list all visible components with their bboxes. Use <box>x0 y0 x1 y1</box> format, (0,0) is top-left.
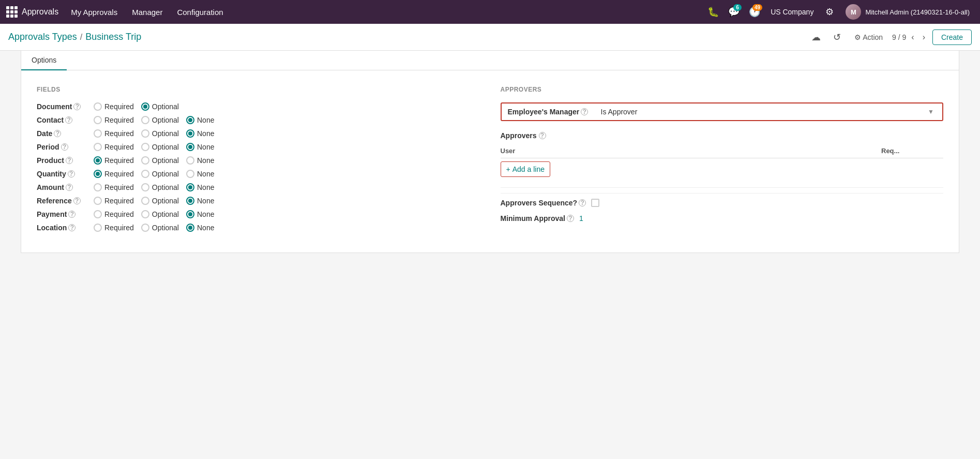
radio-payment-optional[interactable]: Optional <box>141 210 179 218</box>
approvers-label: Approvers <box>501 131 537 140</box>
radio-payment-none[interactable]: None <box>186 210 214 218</box>
activity-icon[interactable]: 🕐 49 <box>746 3 763 21</box>
radio-document-optional[interactable]: Optional <box>141 102 179 111</box>
approvers-sequence-help-icon[interactable]: ? <box>579 199 586 206</box>
help-icon-product[interactable]: ? <box>66 157 73 164</box>
approvers-sequence-checkbox[interactable] <box>591 199 599 207</box>
radio-product-none[interactable]: None <box>186 156 214 165</box>
radio-period-optional[interactable]: Optional <box>141 143 179 151</box>
approvers-sequence-row: Approvers Sequence? ? <box>501 199 944 207</box>
radio-quantity-required[interactable]: Required <box>94 170 134 178</box>
user-menu[interactable]: M Mitchell Admin (21490321-16-0-all) <box>841 4 974 20</box>
company-selector[interactable]: US Company <box>766 8 818 16</box>
field-row-amount: Amount?RequiredOptionalNone <box>37 183 480 191</box>
employee-manager-row: Employee's Manager ? Is Approver Is Requ… <box>501 102 944 121</box>
bug-icon[interactable]: 🐛 <box>704 3 722 21</box>
divider <box>501 187 944 188</box>
field-row-quantity: Quantity?RequiredOptionalNone <box>37 170 480 178</box>
nav-manager[interactable]: Manager <box>126 0 169 24</box>
radio-circle <box>186 129 194 138</box>
radio-amount-required[interactable]: Required <box>94 183 134 191</box>
help-icon-quantity[interactable]: ? <box>68 170 75 177</box>
add-line-btn[interactable]: + Add a line <box>501 161 550 177</box>
add-line-label: Add a line <box>512 165 545 173</box>
field-label-quantity: Quantity? <box>37 170 88 178</box>
field-row-payment: Payment?RequiredOptionalNone <box>37 210 480 218</box>
radio-payment-required[interactable]: Required <box>94 210 134 218</box>
radio-reference-required[interactable]: Required <box>94 197 134 205</box>
settings-icon[interactable]: ⚙ <box>821 3 838 21</box>
radio-contact-none[interactable]: None <box>186 116 214 124</box>
radio-product-optional[interactable]: Optional <box>141 156 179 165</box>
grid-icon <box>6 6 18 18</box>
radio-quantity-optional[interactable]: Optional <box>141 170 179 178</box>
radio-reference-optional[interactable]: Optional <box>141 197 179 205</box>
radio-circle <box>94 143 102 151</box>
approvers-label-row: Approvers ? <box>501 131 944 140</box>
create-button[interactable]: Create <box>932 29 972 45</box>
minimum-approval-help-icon[interactable]: ? <box>567 215 574 222</box>
radio-period-none[interactable]: None <box>186 143 214 151</box>
field-row-contact: Contact?RequiredOptionalNone <box>37 116 480 124</box>
radio-amount-none[interactable]: None <box>186 183 214 191</box>
form-body: FIELDS Document?RequiredOptionalContact?… <box>21 70 959 253</box>
radio-date-none[interactable]: None <box>186 129 214 138</box>
radio-circle <box>186 183 194 191</box>
minimum-approval-value[interactable]: 1 <box>579 214 583 223</box>
radio-contact-required[interactable]: Required <box>94 116 134 124</box>
nav-my-approvals[interactable]: My Approvals <box>65 0 124 24</box>
navbar: Approvals My Approvals Manager Configura… <box>0 0 980 24</box>
help-icon-reference[interactable]: ? <box>73 197 81 204</box>
upload-icon[interactable]: ☁ <box>808 29 824 46</box>
radio-circle <box>141 129 149 138</box>
radio-circle <box>186 197 194 205</box>
action-button[interactable]: ⚙ Action <box>849 31 888 43</box>
breadcrumb: Approvals Types / Business Trip <box>8 32 808 42</box>
radio-amount-optional[interactable]: Optional <box>141 183 179 191</box>
radio-group-product: RequiredOptionalNone <box>94 156 214 165</box>
help-icon-document[interactable]: ? <box>73 103 81 110</box>
radio-circle <box>94 170 102 178</box>
minimum-approval-row: Minimum Approval ? 1 <box>501 214 944 223</box>
radio-period-required[interactable]: Required <box>94 143 134 151</box>
radio-circle <box>186 170 194 178</box>
field-label-date: Date? <box>37 129 88 138</box>
help-icon-amount[interactable]: ? <box>66 184 73 191</box>
field-label-reference: Reference? <box>37 197 88 205</box>
radio-location-required[interactable]: Required <box>94 224 134 232</box>
tab-options[interactable]: Options <box>21 51 67 70</box>
nav-configuration[interactable]: Configuration <box>171 0 229 24</box>
approver-select[interactable]: Is Approver Is Required Approver Is Opti… <box>601 108 937 116</box>
help-icon-date[interactable]: ? <box>54 130 61 137</box>
app-logo[interactable]: Approvals <box>6 6 58 18</box>
approvers-help-icon[interactable]: ? <box>539 132 546 139</box>
radio-circle <box>94 116 102 124</box>
field-label-period: Period? <box>37 143 88 151</box>
radio-document-required[interactable]: Required <box>94 102 134 111</box>
help-icon-contact[interactable]: ? <box>65 116 72 124</box>
radio-circle <box>141 116 149 124</box>
radio-circle <box>186 116 194 124</box>
radio-quantity-none[interactable]: None <box>186 170 214 178</box>
refresh-icon[interactable]: ↺ <box>828 29 845 46</box>
radio-reference-none[interactable]: None <box>186 197 214 205</box>
radio-date-required[interactable]: Required <box>94 129 134 138</box>
next-page-arrow[interactable]: › <box>919 31 928 44</box>
help-icon-location[interactable]: ? <box>68 224 76 231</box>
radio-location-none[interactable]: None <box>186 224 214 232</box>
breadcrumb-parent[interactable]: Approvals Types <box>8 32 77 42</box>
field-row-document: Document?RequiredOptional <box>37 102 480 111</box>
approvers-sequence-label: Approvers Sequence? ? <box>501 199 586 207</box>
radio-group-date: RequiredOptionalNone <box>94 129 214 138</box>
help-icon-payment[interactable]: ? <box>68 211 76 218</box>
navbar-icons: 🐛 💬 6 🕐 49 US Company ⚙ M Mitchell Admin… <box>704 3 974 21</box>
discuss-icon[interactable]: 💬 6 <box>725 3 743 21</box>
help-icon-period[interactable]: ? <box>61 143 68 151</box>
radio-date-optional[interactable]: Optional <box>141 129 179 138</box>
radio-circle <box>141 210 149 218</box>
radio-location-optional[interactable]: Optional <box>141 224 179 232</box>
prev-page-arrow[interactable]: ‹ <box>908 31 917 44</box>
radio-contact-optional[interactable]: Optional <box>141 116 179 124</box>
employee-manager-help-icon[interactable]: ? <box>581 108 588 115</box>
radio-product-required[interactable]: Required <box>94 156 134 165</box>
